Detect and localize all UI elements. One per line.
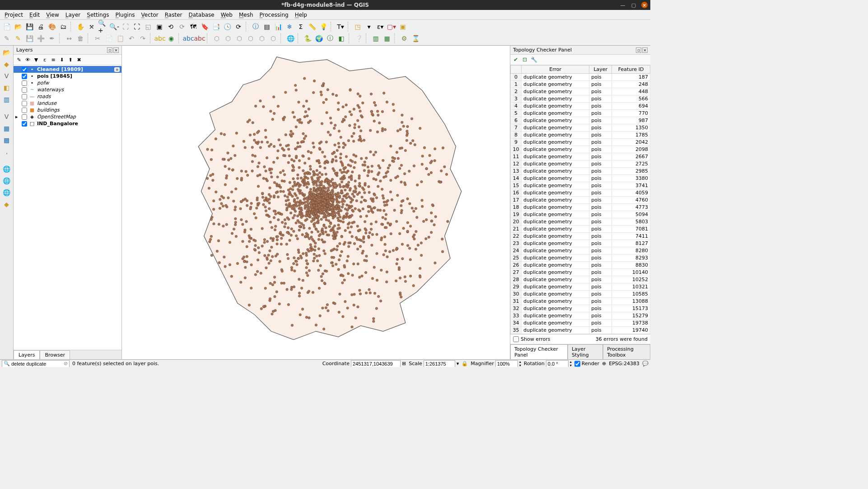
deselect-icon[interactable]: ▢▾	[387, 22, 397, 32]
raster-icon[interactable]: ▦	[2, 123, 12, 133]
col-layer[interactable]: Layer	[589, 66, 612, 74]
layer-item[interactable]: ▸ ◈ OpenStreetMap	[14, 113, 121, 120]
metasearch-icon[interactable]: 🌐	[285, 33, 295, 43]
undo-icon[interactable]: ↶	[126, 33, 136, 43]
open-datasource-icon[interactable]: 📂	[2, 47, 12, 57]
new-map-view-icon[interactable]: 🗺	[188, 22, 198, 32]
zoom-last-icon[interactable]: ⟲	[166, 22, 176, 32]
error-row[interactable]: 21duplicate geometrypois7081	[511, 226, 650, 233]
plugin-osm-icon[interactable]: ◧	[336, 33, 346, 43]
zoom-layer-icon[interactable]: ▣	[154, 22, 164, 32]
zoom-out-icon[interactable]: 🔍-	[109, 22, 119, 32]
layer-visibility-checkbox[interactable]	[22, 80, 27, 86]
geometry-check-icon[interactable]: ▦	[382, 33, 392, 43]
map-tips-icon[interactable]: 💡	[318, 22, 328, 32]
menu-plugins[interactable]: Plugins	[113, 11, 138, 19]
label-diagram-icon[interactable]: ◉	[166, 33, 176, 43]
menu-database[interactable]: Database	[186, 11, 217, 19]
panel-undock-icon[interactable]: ▫	[107, 47, 112, 53]
layer-item[interactable]: • pofw	[14, 80, 121, 86]
save-edits-icon[interactable]: 💾	[24, 33, 34, 43]
error-row[interactable]: 10duplicate geometrypois2098	[511, 146, 650, 153]
error-row[interactable]: 4duplicate geometrypois694	[511, 103, 650, 110]
copy-icon[interactable]: 📄	[104, 33, 114, 43]
layer-item[interactable]: • pois [19845]	[14, 73, 121, 80]
layer-remove-icon[interactable]: ✖	[75, 56, 83, 63]
layer-filter-icon[interactable]: 👁	[24, 56, 31, 63]
validate-extent-icon[interactable]: ⊡	[521, 56, 528, 63]
pan-icon[interactable]: ✋	[75, 22, 85, 32]
paste-icon[interactable]: 📋	[115, 33, 125, 43]
menu-help[interactable]: Help	[292, 11, 310, 19]
new-print-layout-icon[interactable]: 🖨	[36, 22, 46, 32]
xyz-icon[interactable]: ◆	[2, 199, 12, 209]
error-row[interactable]: 12duplicate geometrypois2725	[511, 160, 650, 168]
layer-visibility-checkbox[interactable]	[22, 67, 27, 72]
menu-web[interactable]: Web	[218, 11, 235, 19]
layer-visibility-checkbox[interactable]	[22, 94, 27, 99]
maximize-button[interactable]: ▢	[630, 2, 637, 8]
map-canvas[interactable]	[122, 46, 510, 359]
attributes-table-icon[interactable]: ▤	[262, 22, 272, 32]
python-console-icon[interactable]: 🐍	[303, 33, 313, 43]
menu-settings[interactable]: Settings	[84, 11, 112, 19]
error-row[interactable]: 1duplicate geometrypois248	[511, 81, 650, 88]
tab-layer-styling[interactable]: Layer Styling	[568, 344, 603, 359]
error-row[interactable]: 24duplicate geometrypois8280	[511, 247, 650, 254]
layout-manager-icon[interactable]: 🗂	[58, 22, 68, 32]
new-shapefile-icon[interactable]: V	[2, 71, 12, 81]
panel-undock-icon[interactable]: ▫	[636, 47, 641, 53]
add-feature-icon[interactable]: ➕	[36, 33, 46, 43]
error-row[interactable]: 31duplicate geometrypois13088	[511, 298, 650, 305]
new-virtual-icon[interactable]: ▥	[2, 94, 12, 104]
validate-all-icon[interactable]: ✔	[512, 56, 519, 63]
error-row[interactable]: 23duplicate geometrypois8127	[511, 240, 650, 247]
error-row[interactable]: 0duplicate geometrypois187	[511, 74, 650, 81]
layer-open-icon[interactable]: ✎	[15, 56, 23, 63]
extent-toggle-icon[interactable]: ⊞	[402, 361, 406, 367]
layer-expr-icon[interactable]: ▼	[33, 56, 40, 63]
temporal-icon[interactable]: 🕓	[222, 22, 232, 32]
identify-icon[interactable]: ⓘ	[251, 22, 261, 32]
plugin-info-icon[interactable]: ⓘ	[325, 33, 335, 43]
help-icon[interactable]: ❔	[354, 33, 364, 43]
render-checkbox[interactable]: Render	[574, 360, 599, 367]
edit-save-icon[interactable]: ✎	[13, 33, 23, 43]
processing-history-icon[interactable]: ⌛	[411, 33, 420, 43]
digitize-icon[interactable]: ✒	[47, 33, 57, 43]
layer-item[interactable]: ■ landuse	[14, 100, 121, 107]
stats-icon[interactable]: ❄	[285, 22, 294, 32]
zoom-in-icon[interactable]: 🔍+	[98, 22, 108, 32]
sum-icon[interactable]: Σ	[296, 22, 306, 32]
layer-collapse-icon[interactable]: ⬆	[67, 56, 74, 63]
error-row[interactable]: 13duplicate geometrypois2985	[511, 168, 650, 175]
scale-dropdown-icon[interactable]: ▾	[457, 361, 459, 367]
layer-expand-icon[interactable]: ⬇	[58, 56, 65, 63]
mesh-icon[interactable]: ▩	[2, 135, 12, 145]
refresh-icon[interactable]: ⟳	[233, 22, 243, 32]
locator-search[interactable]: 🔍 ⊘	[2, 360, 70, 367]
processing-toolbox-icon[interactable]: ⚙	[399, 33, 409, 43]
layer-item[interactable]: ~ waterways	[14, 86, 121, 93]
layer-item[interactable]: — roads	[14, 93, 121, 100]
menu-vector[interactable]: Vector	[139, 11, 161, 19]
zoom-selection-icon[interactable]: ◱	[143, 22, 153, 32]
menu-layer[interactable]: Layer	[63, 11, 83, 19]
spinner-icon[interactable]: ▴▾	[519, 360, 521, 367]
menu-mesh[interactable]: Mesh	[236, 11, 256, 19]
vertex-2-icon[interactable]: ⬡	[223, 33, 233, 43]
coordinate-input[interactable]	[351, 360, 401, 367]
scale-input[interactable]	[424, 360, 455, 367]
panel-close-icon[interactable]: ×	[113, 47, 119, 53]
save-project-icon[interactable]: 💾	[24, 22, 34, 32]
menu-view[interactable]: View	[43, 11, 61, 19]
error-row[interactable]: 32duplicate geometrypois15173	[511, 305, 650, 312]
vertex-1-icon[interactable]: ⬡	[212, 33, 222, 43]
error-row[interactable]: 17duplicate geometrypois4760	[511, 197, 650, 204]
new-geopackage-icon[interactable]: ◆	[2, 59, 12, 69]
spinner-icon[interactable]: ▴▾	[570, 360, 572, 367]
error-row[interactable]: 33duplicate geometrypois15279	[511, 312, 650, 320]
error-row[interactable]: 3duplicate geometrypois566	[511, 95, 650, 103]
select-value-icon[interactable]: ▾	[364, 22, 374, 32]
zoom-native-icon[interactable]: ⛶	[121, 22, 131, 32]
